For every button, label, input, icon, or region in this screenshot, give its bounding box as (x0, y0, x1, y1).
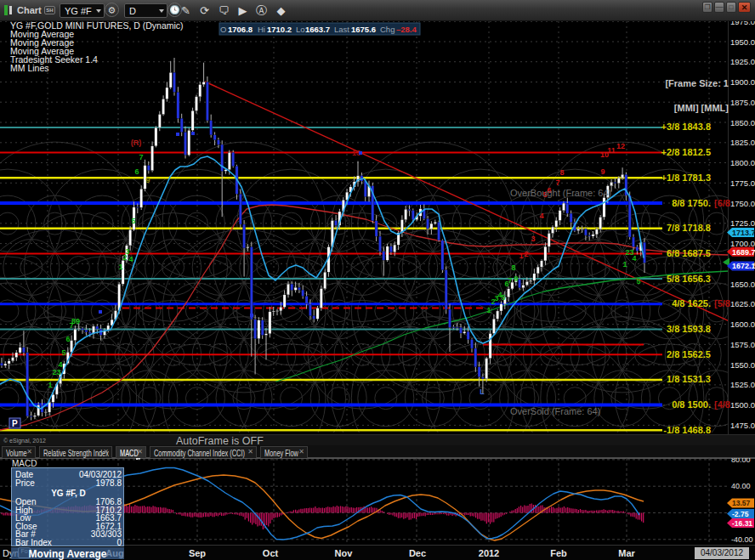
svg-text:1925.0: 1925.0 (730, 57, 755, 66)
svg-text:1713.7: 1713.7 (732, 229, 755, 237)
svg-text:0/8 1500.: 0/8 1500. (672, 399, 711, 410)
svg-text:1: 1 (486, 306, 491, 314)
svg-text:1550.0: 1550.0 (730, 360, 755, 370)
svg-text:1: 1 (519, 252, 523, 260)
svg-text:1775.0: 1775.0 (730, 178, 755, 188)
svg-text:1875.0: 1875.0 (730, 98, 755, 107)
svg-text:6: 6 (134, 167, 139, 176)
svg-text:OverBought (Frame: 64): OverBought (Frame: 64) (510, 188, 611, 198)
svg-text:12: 12 (616, 142, 625, 150)
svg-text:[5/8: [5/8 (714, 298, 730, 308)
svg-text:Hi: Hi (258, 25, 265, 34)
svg-text:OverSold (Frame: 64): OverSold (Frame: 64) (510, 406, 600, 416)
svg-text:1800.0: 1800.0 (730, 158, 755, 167)
svg-text:7/8 1718.8: 7/8 1718.8 (667, 223, 711, 233)
svg-text:1975.0: 1975.0 (730, 21, 755, 26)
svg-text:1900.0: 1900.0 (730, 77, 755, 87)
svg-text:1525.0: 1525.0 (730, 380, 755, 389)
svg-text:MM Lines: MM Lines (10, 63, 49, 73)
svg-text:1: 1 (622, 260, 627, 269)
svg-text:[MMI] [MML]: [MMI] [MML] (674, 103, 729, 113)
svg-text:Chg: Chg (380, 25, 395, 34)
svg-text:8/8 1750.: 8/8 1750. (672, 198, 711, 208)
svg-text:1689.7: 1689.7 (732, 248, 755, 257)
svg-text:1725.0: 1725.0 (730, 218, 755, 228)
svg-text:1475.0: 1475.0 (730, 421, 755, 430)
svg-text:1625.0: 1625.0 (730, 299, 755, 308)
svg-text:1710.2: 1710.2 (267, 25, 292, 34)
svg-text:4: 4 (58, 360, 62, 369)
svg-text:4: 4 (128, 255, 133, 263)
svg-text:5: 5 (131, 217, 135, 225)
svg-text:40.00: 40.00 (731, 482, 751, 490)
svg-text:4/8 1625.: 4/8 1625. (672, 298, 711, 308)
svg-text:80.00: 80.00 (731, 458, 751, 464)
svg-text:1663.7: 1663.7 (305, 25, 330, 34)
svg-text:5: 5 (636, 277, 640, 286)
svg-text:L: L (480, 387, 485, 396)
svg-text:89: 89 (71, 317, 80, 325)
svg-text:5: 5 (61, 348, 65, 357)
svg-text:1850.0: 1850.0 (730, 118, 755, 127)
svg-text:P: P (12, 419, 18, 428)
svg-text:(R): (R) (131, 139, 142, 147)
svg-text:1750.0: 1750.0 (730, 199, 755, 208)
svg-text:1: 1 (48, 381, 52, 389)
svg-text:2/8 1562.5: 2/8 1562.5 (667, 349, 711, 359)
svg-text:1825.0: 1825.0 (730, 138, 755, 147)
svg-text:1600.0: 1600.0 (730, 320, 755, 329)
svg-text:6/8 1687.5: 6/8 1687.5 (667, 248, 711, 258)
svg-text:Last: Last (334, 25, 349, 34)
svg-text:3: 3 (531, 235, 535, 243)
svg-text:[4/8: [4/8 (714, 399, 730, 410)
svg-text:1: 1 (118, 263, 122, 271)
svg-text:1650.0: 1650.0 (730, 280, 755, 289)
svg-text:1700.0: 1700.0 (730, 239, 755, 248)
svg-text:+1/8 1781.3: +1/8 1781.3 (661, 173, 711, 183)
svg-text:-1/8 1468.8: -1/8 1468.8 (663, 425, 711, 434)
svg-text:4: 4 (539, 212, 543, 220)
svg-text:2: 2 (524, 250, 528, 258)
svg-text:1/8 1531.3: 1/8 1531.3 (667, 374, 711, 384)
svg-text:4: 4 (632, 254, 636, 263)
svg-text:5: 5 (501, 293, 505, 302)
svg-text:O: O (220, 25, 226, 34)
svg-text:7: 7 (555, 178, 559, 187)
svg-text:1575.0: 1575.0 (730, 340, 755, 349)
svg-text:6: 6 (65, 335, 70, 343)
svg-text:3/8 1593.8: 3/8 1593.8 (667, 324, 711, 334)
svg-text:-2.75: -2.75 (732, 510, 749, 518)
svg-text:7: 7 (508, 276, 512, 285)
svg-text:8: 8 (511, 263, 515, 272)
svg-text:5/8 1656.3: 5/8 1656.3 (667, 274, 711, 284)
svg-text:7: 7 (139, 153, 143, 161)
svg-text:3: 3 (56, 368, 60, 376)
svg-text:1706.8: 1706.8 (228, 25, 253, 34)
svg-text:9: 9 (145, 176, 150, 184)
svg-text:+3/8 1843.8: +3/8 1843.8 (661, 122, 711, 132)
svg-text:1500.0: 1500.0 (730, 400, 755, 410)
svg-text:[6/8: [6/8 (714, 198, 730, 208)
svg-text:1672.1: 1672.1 (732, 262, 755, 270)
svg-text:-16.31: -16.31 (732, 519, 752, 528)
svg-text:13.57: 13.57 (732, 499, 751, 507)
svg-text:–28.4: –28.4 (396, 25, 417, 34)
svg-text:1950.0: 1950.0 (730, 37, 755, 47)
svg-text:1675.6: 1675.6 (351, 25, 376, 34)
svg-text:8: 8 (559, 168, 564, 177)
svg-text:[Frame Size: 1: [Frame Size: 1 (665, 78, 729, 88)
svg-text:11: 11 (607, 146, 616, 155)
svg-text:-40.00: -40.00 (731, 535, 753, 544)
svg-text:9: 9 (514, 274, 518, 283)
svg-text:Lo: Lo (296, 25, 305, 34)
svg-text:9: 9 (600, 167, 605, 176)
svg-text:+2/8 1812.5: +2/8 1812.5 (661, 147, 711, 157)
